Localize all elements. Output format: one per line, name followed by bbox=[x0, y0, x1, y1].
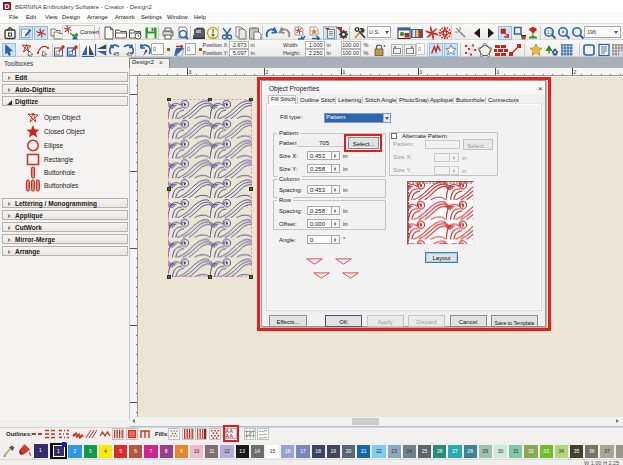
svg-text:1:1: 1:1 bbox=[547, 30, 554, 35]
svg-text:45: 45 bbox=[113, 50, 120, 56]
svg-text:45: 45 bbox=[126, 50, 133, 56]
